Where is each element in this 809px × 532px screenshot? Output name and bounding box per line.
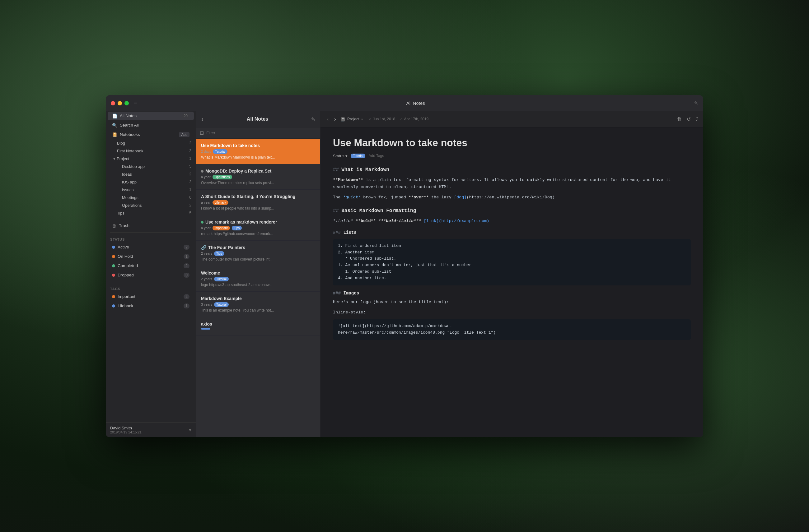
- history-icon[interactable]: ↺: [687, 116, 691, 122]
- hamburger-icon[interactable]: ≡: [134, 100, 137, 106]
- editor-toolbar: ‹ › 📓 Project ▾ ○ Jun 1st, 2018 ○ Apr 17…: [321, 111, 703, 127]
- note-card-5[interactable]: 🔗The Four Painters 2 years Tips The comp…: [196, 241, 320, 266]
- markdown-body: ## What is Markdown **Markdown** is a pl…: [333, 166, 691, 340]
- sort-icon[interactable]: ↕: [201, 116, 204, 123]
- date-created-item: ○ Jun 1st, 2018: [369, 117, 395, 121]
- notebook-icon: 📔: [112, 132, 117, 137]
- editor-tag-tutorial[interactable]: Tutorial: [351, 154, 365, 158]
- sidebar-notebook-blog[interactable]: Blog 2: [106, 139, 196, 147]
- notebook-operations-count: 2: [189, 203, 191, 207]
- note-meta-6: 2 years Tutorial: [201, 277, 315, 281]
- dropped-dot: [112, 273, 115, 277]
- completed-count: 2: [184, 263, 189, 268]
- calendar-icon: ○: [400, 117, 402, 121]
- divider-1: [110, 219, 191, 219]
- sidebar-status-onhold[interactable]: On Hold 1: [108, 252, 194, 261]
- note-preview-2: Overview Three member replica sets provi…: [201, 181, 315, 185]
- sidebar-item-all-notes[interactable]: 📄 All Notes 20: [108, 112, 194, 120]
- date-modified-item: ○ Apr 17th, 2019: [400, 117, 428, 121]
- note-card-1[interactable]: Use Markdown to take notes 2 days Tutori…: [196, 139, 320, 164]
- traffic-light-close[interactable]: [111, 101, 115, 105]
- nav-forward-icon[interactable]: ›: [333, 115, 337, 124]
- compose-note-icon[interactable]: ✎: [311, 116, 315, 122]
- note-tag-tips-4: Tips: [232, 226, 242, 230]
- note-meta-7: 3 years Tutorial: [201, 302, 315, 307]
- date-created: Jun 1st, 2018: [373, 117, 395, 121]
- note-preview-4: remark https://github.com/wooorm/remark.…: [201, 232, 315, 236]
- sidebar-notebook-meetings[interactable]: Meetings 0: [106, 194, 196, 201]
- md-paragraph-1: **Markdown** is a plain text formatting …: [333, 177, 691, 191]
- notebook-ios-label: iOS app: [122, 180, 189, 184]
- notebook-first-count: 2: [189, 148, 191, 153]
- note-card-7[interactable]: Markdown Example 3 years Tutorial This i…: [196, 292, 320, 317]
- user-section[interactable]: David Smith 2019/04/19 14:15:21 ▾: [106, 422, 196, 437]
- add-tags-button[interactable]: Add Tags: [368, 154, 384, 158]
- sidebar-item-trash[interactable]: 🗑 Trash: [108, 221, 194, 230]
- delete-note-icon[interactable]: 🗑: [677, 116, 682, 122]
- note-preview-7: This is an example note. You can write n…: [201, 308, 315, 313]
- active-label: Active: [118, 245, 184, 249]
- note-age-5: 2 years: [201, 251, 212, 255]
- notebook-ideas-label: Ideas: [122, 172, 189, 177]
- note-title-4: Use remark as markdown renderer: [201, 219, 315, 225]
- note-meta-1: 2 days Tutorial: [201, 149, 315, 154]
- notebook-desktop-count: 5: [189, 164, 191, 169]
- user-name: David Smith: [110, 426, 141, 430]
- sidebar-notebook-operations[interactable]: Operations 2: [106, 201, 196, 209]
- sidebar-notebook-ideas[interactable]: Ideas 2: [106, 171, 196, 178]
- md-paragraph-5: Inline-style:: [333, 309, 691, 316]
- note-meta-3: a year Lifehack: [201, 200, 315, 205]
- note-tag-tutorial-1: Tutorial: [213, 149, 227, 154]
- note-title-8: axios: [201, 321, 315, 326]
- notebooks-header[interactable]: 📔 Notebooks Add: [108, 130, 194, 139]
- traffic-lights: [111, 101, 129, 105]
- md-list-block: 1. First ordered list item 2. Another it…: [333, 239, 691, 285]
- share-icon[interactable]: ⤴: [696, 116, 698, 122]
- user-date: 2019/04/19 14:15:21: [110, 430, 141, 434]
- all-notes-count: 20: [182, 113, 189, 119]
- editor-content[interactable]: Use Markdown to take notes Status ▾ Tuto…: [321, 127, 703, 437]
- note-age-7: 3 years: [201, 303, 212, 306]
- nav-back-icon[interactable]: ‹: [325, 115, 330, 124]
- sidebar-status-active[interactable]: Active 2: [108, 243, 194, 251]
- sidebar-tag-lifehack[interactable]: Lifehack 1: [108, 302, 194, 310]
- sidebar-notebook-project[interactable]: ▾ Project 1: [106, 155, 196, 163]
- note-card-6[interactable]: Welcome 2 years Tutorial logo https://s3…: [196, 266, 320, 292]
- note-meta-4: a year Important Tips: [201, 226, 315, 230]
- md-heading-images: ### Images: [333, 290, 691, 297]
- compose-icon[interactable]: ✎: [694, 101, 698, 106]
- important-label: Important: [118, 294, 184, 299]
- notebook-meetings-label: Meetings: [122, 195, 189, 200]
- breadcrumb-dropdown-icon[interactable]: ▾: [361, 118, 363, 121]
- breadcrumb-notebook[interactable]: Project: [347, 117, 359, 121]
- sidebar-notebook-tips[interactable]: Tips 5: [106, 209, 196, 217]
- project-chevron-icon: ▾: [113, 156, 116, 161]
- traffic-light-fullscreen[interactable]: [124, 101, 129, 105]
- note-card-2[interactable]: MongoDB: Deploy a Replica Set a year Ope…: [196, 164, 320, 190]
- toolbar-dates: ○ Jun 1st, 2018 ○ Apr 17th, 2019: [369, 117, 428, 121]
- sidebar-notebook-ios[interactable]: iOS app 2: [106, 178, 196, 186]
- traffic-light-minimize[interactable]: [118, 101, 122, 105]
- note-card-4[interactable]: Use remark as markdown renderer a year I…: [196, 215, 320, 241]
- sidebar-item-search[interactable]: 🔍 Search All: [108, 121, 194, 130]
- notebook-breadcrumb-icon: 📓: [340, 117, 345, 122]
- lifehack-label: Lifehack: [118, 303, 184, 308]
- note-card-3[interactable]: A Short Guide to Starting, if You're Str…: [196, 190, 320, 215]
- note-card-8[interactable]: axios: [196, 317, 320, 336]
- sidebar-status-dropped[interactable]: Dropped 0: [108, 271, 194, 280]
- notebook-project-count: 1: [189, 156, 191, 161]
- md-heading-what: ## What is Markdown: [333, 166, 691, 174]
- note-title-5: 🔗The Four Painters: [201, 245, 315, 250]
- sidebar-notebook-desktop[interactable]: Desktop app 5: [106, 163, 196, 171]
- filter-input[interactable]: [206, 130, 316, 135]
- trash-icon: 🗑: [112, 223, 116, 228]
- editor: ‹ › 📓 Project ▾ ○ Jun 1st, 2018 ○ Apr 17…: [321, 111, 703, 437]
- sidebar: 📄 All Notes 20 🔍 Search All 📔 Notebooks …: [106, 111, 196, 437]
- sidebar-notebook-issues[interactable]: Issues 1: [106, 186, 196, 194]
- sidebar-tag-important[interactable]: Important 2: [108, 292, 194, 301]
- notebooks-add-button[interactable]: Add: [179, 132, 189, 137]
- onhold-label: On Hold: [118, 254, 184, 259]
- sidebar-status-completed[interactable]: Completed 2: [108, 262, 194, 270]
- notebooks-label: Notebooks: [120, 132, 177, 137]
- sidebar-notebook-first[interactable]: First Notebook 2: [106, 147, 196, 155]
